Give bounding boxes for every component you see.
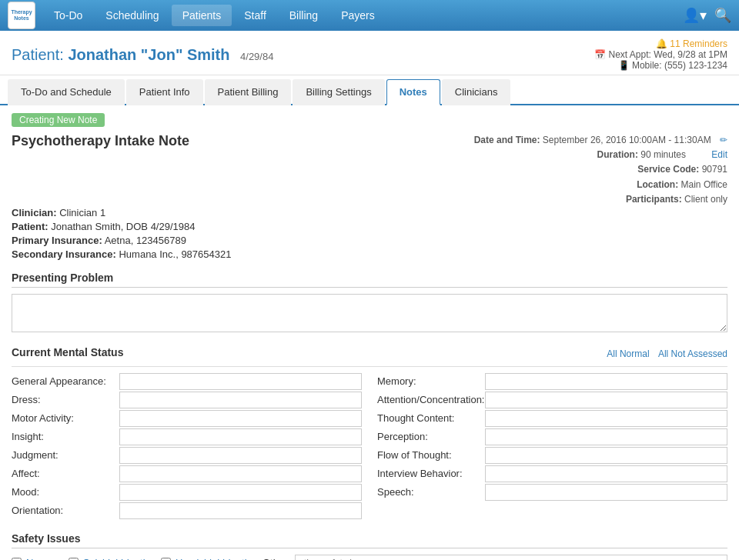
ms-row-judgment: Judgment: xyxy=(12,447,362,464)
tab-notes[interactable]: Notes xyxy=(386,79,440,105)
ms-row-interview: Interview Behavior: xyxy=(377,465,727,482)
main-content: Creating New Note Psychotherapy Intake N… xyxy=(0,105,739,560)
ms-input-dress[interactable] xyxy=(119,392,362,408)
ms-row-appearance: General Appearance: xyxy=(12,373,362,390)
all-normal-link[interactable]: All Normal xyxy=(607,348,649,359)
ms-label-perception: Perception: xyxy=(377,431,485,442)
ms-input-affect[interactable] xyxy=(119,465,362,482)
tab-patient-billing[interactable]: Patient Billing xyxy=(205,79,292,105)
search-button[interactable]: 🔍 xyxy=(714,7,731,24)
service-value: 90791 xyxy=(702,164,727,175)
ms-row-flow: Flow of Thought: xyxy=(377,447,727,464)
nav-right: 👤▾ 🔍 xyxy=(683,7,731,24)
ms-label-affect: Affect: xyxy=(12,468,119,479)
safety-issues-section: Safety Issues None or Suicidal Ideation … xyxy=(12,532,727,560)
reminders-text[interactable]: 🔔 11 Reminders xyxy=(656,38,727,49)
ms-label-motor: Motor Activity: xyxy=(12,412,119,424)
phone-icon: 📱 xyxy=(618,60,630,71)
ms-label-appearance: General Appearance: xyxy=(12,375,119,387)
location-value: Main Office xyxy=(681,179,727,190)
other-label: Other: xyxy=(262,557,290,560)
mental-status-links: All Normal All Not Assessed xyxy=(600,348,727,359)
top-nav: TherapyNotes To-Do Scheduling Patients S… xyxy=(0,0,739,31)
ms-input-thought[interactable] xyxy=(485,410,727,427)
ms-right-col: Memory: Attention/Concentration: Thought… xyxy=(377,373,727,521)
ms-input-mood[interactable] xyxy=(119,484,362,501)
duration-value: 90 minutes xyxy=(640,149,686,160)
safety-row: None or Suicidal Ideation Homicidal Idea… xyxy=(12,555,727,560)
ms-row-affect: Affect: xyxy=(12,465,362,482)
next-appt: 📅 Next Appt: Wed, 9/28 at 1PM xyxy=(594,49,727,60)
suicidal-label[interactable]: Suicidal Ideation xyxy=(83,557,156,560)
homicidal-label[interactable]: Homicidal Ideation xyxy=(176,557,258,560)
safety-other-input[interactable] xyxy=(295,555,727,560)
participants-label: Participants: xyxy=(626,194,682,205)
user-menu-button[interactable]: 👤▾ xyxy=(683,7,707,24)
ms-label-orientation: Orientation: xyxy=(12,505,119,516)
ms-input-perception[interactable] xyxy=(485,428,727,445)
ms-input-memory[interactable] xyxy=(485,373,727,390)
presenting-problem-section: Presenting Problem xyxy=(12,272,727,335)
nav-staff[interactable]: Staff xyxy=(233,5,277,26)
ms-input-appearance[interactable] xyxy=(119,373,362,390)
tab-todo[interactable]: To-Do and Schedule xyxy=(8,79,125,105)
primary-insurance-row: Primary Insurance: Aetna, 123456789 xyxy=(12,235,727,246)
mental-status-section: Current Mental Status All Normal All Not… xyxy=(12,346,727,521)
nav-scheduling[interactable]: Scheduling xyxy=(95,5,169,26)
tab-patient-info[interactable]: Patient Info xyxy=(126,79,203,105)
ms-input-interview[interactable] xyxy=(485,465,727,482)
patient-title: Patient: Jonathan "Jon" Smith 4/29/84 xyxy=(12,46,273,64)
secondary-insurance-row: Secondary Insurance: Humana Inc., 987654… xyxy=(12,248,727,260)
presenting-problem-input[interactable] xyxy=(12,294,727,332)
nav-links: To-Do Scheduling Patients Staff Billing … xyxy=(43,5,683,26)
note-title-row: Psychotherapy Intake Note Date and Time:… xyxy=(12,133,727,207)
ms-input-motor[interactable] xyxy=(119,410,362,427)
tab-clinicians[interactable]: Clinicians xyxy=(442,79,511,105)
ms-label-attention: Attention/Concentration: xyxy=(377,394,485,405)
or-text: or xyxy=(55,557,64,560)
none-label[interactable]: None xyxy=(26,557,50,560)
nav-todo[interactable]: To-Do xyxy=(43,5,93,26)
ms-label-speech: Speech: xyxy=(377,486,485,498)
calendar-icon: 📅 xyxy=(594,49,606,60)
ms-row-thought: Thought Content: xyxy=(377,410,727,427)
ms-row-motor: Motor Activity: xyxy=(12,410,362,427)
nav-payers[interactable]: Payers xyxy=(330,5,386,26)
nav-billing[interactable]: Billing xyxy=(279,5,329,26)
ms-row-perception: Perception: xyxy=(377,428,727,445)
header-right-info: 🔔 11 Reminders 📅 Next Appt: Wed, 9/28 at… xyxy=(594,38,727,71)
date-value: September 26, 2016 10:00AM - 11:30AM xyxy=(543,135,711,145)
all-not-assessed-link[interactable]: All Not Assessed xyxy=(658,348,727,359)
mobile-number: 📱 Mobile: (555) 123-1234 xyxy=(618,60,727,71)
duration-label: Duration: xyxy=(597,149,638,160)
ms-input-attention[interactable] xyxy=(485,392,727,408)
ms-label-memory: Memory: xyxy=(377,375,485,387)
edit-link[interactable]: Edit xyxy=(711,149,727,160)
edit-icon[interactable]: ✏ xyxy=(720,135,727,145)
ms-label-interview: Interview Behavior: xyxy=(377,468,485,479)
patient-label: Patient: xyxy=(12,46,64,63)
mental-status-header: Current Mental Status All Normal All Not… xyxy=(12,346,727,362)
creating-badge: Creating New Note xyxy=(12,113,105,127)
ms-label-thought: Thought Content: xyxy=(377,412,485,424)
ms-row-insight: Insight: xyxy=(12,428,362,445)
patient-name: Jonathan "Jon" Smith xyxy=(68,46,229,63)
note-meta: Date and Time: September 26, 2016 10:00A… xyxy=(474,133,727,207)
ms-row-memory: Memory: xyxy=(377,373,727,390)
app-logo: TherapyNotes xyxy=(8,2,35,29)
location-label: Location: xyxy=(637,179,678,190)
tab-billing-settings[interactable]: Billing Settings xyxy=(293,79,384,105)
ms-row-orientation: Orientation: xyxy=(12,502,362,519)
ms-input-insight[interactable] xyxy=(119,428,362,445)
participants-value: Client only xyxy=(684,194,727,205)
ms-label-insight: Insight: xyxy=(12,431,119,442)
nav-patients[interactable]: Patients xyxy=(172,5,232,26)
ms-input-orientation[interactable] xyxy=(119,502,362,519)
date-label: Date and Time: xyxy=(474,135,540,145)
ms-input-flow[interactable] xyxy=(485,447,727,464)
ms-input-speech[interactable] xyxy=(485,484,727,501)
ms-input-judgment[interactable] xyxy=(119,447,362,464)
ms-label-dress: Dress: xyxy=(12,394,119,405)
ms-label-judgment: Judgment: xyxy=(12,449,119,461)
clinician-row: Clinician: Clinician 1 xyxy=(12,207,727,218)
